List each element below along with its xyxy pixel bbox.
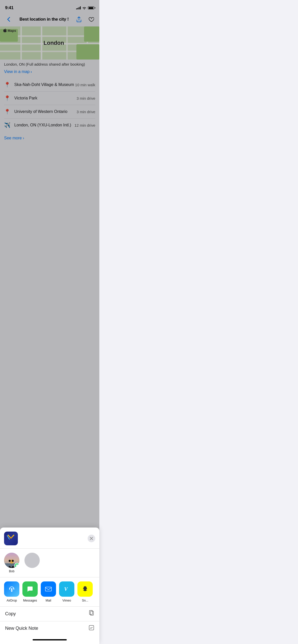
map-city-label: London [44, 40, 64, 46]
see-more-chevron-icon: › [23, 136, 24, 140]
address-text: London, ON (Full address shared after bo… [0, 60, 99, 67]
favorite-button[interactable] [87, 15, 95, 23]
poi-icon-0: 📍 [4, 82, 10, 88]
view-map-link[interactable]: View in a map › [0, 67, 99, 76]
poi-name-1: Victoria Park [14, 96, 37, 100]
poi-icon-2: 📍 [4, 109, 10, 115]
see-more-link[interactable]: See more › [0, 133, 99, 144]
poi-item-1: 📍 Victoria Park 3 min drive [4, 92, 95, 105]
poi-distance-1: 3 min drive [77, 96, 95, 100]
poi-icon-1: 📍 [4, 95, 10, 101]
wifi-icon [82, 6, 86, 9]
map-section[interactable]: London Maps [0, 26, 99, 60]
chevron-right-icon: › [31, 70, 32, 74]
status-icons [76, 6, 94, 9]
battery-icon [88, 6, 94, 9]
poi-icon-3: ✈️ [4, 122, 10, 128]
page-title: Best location in the city ! [19, 17, 69, 22]
poi-item-0: 📍 Ska-Nah-Doht Village & Museum 10 min w… [4, 78, 95, 92]
poi-name-3: London, ON (YXU-London Intl.) [14, 123, 71, 127]
share-button[interactable] [75, 15, 83, 23]
back-button[interactable] [4, 15, 13, 24]
nav-actions [75, 15, 95, 23]
poi-item-2: 📍 University of Western Ontario 3 min dr… [4, 105, 95, 119]
nav-header: Best location in the city ! [0, 12, 99, 26]
poi-name-2: University of Western Ontario [14, 109, 67, 114]
apple-maps-label: Maps [3, 28, 16, 33]
content-area: London, ON (Full address shared after bo… [0, 60, 99, 144]
poi-list: 📍 Ska-Nah-Doht Village & Museum 10 min w… [0, 76, 99, 133]
map-background: London Maps [0, 26, 99, 60]
poi-item-3: ✈️ London, ON (YXU-London Intl.) 12 min … [4, 119, 95, 132]
poi-name-0: Ska-Nah-Doht Village & Museum [14, 82, 74, 87]
status-time: 9:41 [5, 5, 13, 10]
signal-icon [76, 6, 81, 9]
poi-distance-0: 10 min walk [75, 83, 95, 87]
poi-distance-3: 12 min drive [74, 123, 95, 127]
status-bar: 9:41 [0, 0, 99, 12]
poi-distance-2: 3 min drive [77, 110, 95, 114]
maps-app-label: Maps [8, 29, 16, 33]
